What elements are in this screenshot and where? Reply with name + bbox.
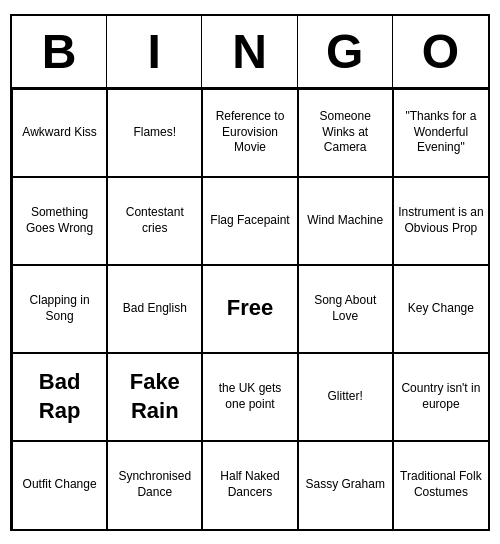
bingo-card: BINGO Awkward KissFlames!Reference to Eu… bbox=[10, 14, 490, 531]
bingo-letter: N bbox=[202, 16, 297, 87]
bingo-cell[interactable]: Free bbox=[202, 265, 297, 353]
bingo-cell[interactable]: Instrument is an Obvious Prop bbox=[393, 177, 488, 265]
bingo-cell[interactable]: the UK gets one point bbox=[202, 353, 297, 441]
bingo-cell[interactable]: Contestant cries bbox=[107, 177, 202, 265]
bingo-letter: G bbox=[298, 16, 393, 87]
bingo-cell[interactable]: Outfit Change bbox=[12, 441, 107, 529]
bingo-cell[interactable]: Key Change bbox=[393, 265, 488, 353]
bingo-cell[interactable]: Bad English bbox=[107, 265, 202, 353]
bingo-cell[interactable]: Bad Rap bbox=[12, 353, 107, 441]
bingo-cell[interactable]: Half Naked Dancers bbox=[202, 441, 297, 529]
bingo-letter: I bbox=[107, 16, 202, 87]
bingo-cell[interactable]: Someone Winks at Camera bbox=[298, 89, 393, 177]
bingo-grid: Awkward KissFlames!Reference to Eurovisi… bbox=[12, 89, 488, 529]
bingo-cell[interactable]: "Thanks for a Wonderful Evening" bbox=[393, 89, 488, 177]
bingo-cell[interactable]: Synchronised Dance bbox=[107, 441, 202, 529]
bingo-header: BINGO bbox=[12, 16, 488, 89]
bingo-cell[interactable]: Something Goes Wrong bbox=[12, 177, 107, 265]
bingo-cell[interactable]: Country isn't in europe bbox=[393, 353, 488, 441]
bingo-cell[interactable]: Flag Facepaint bbox=[202, 177, 297, 265]
bingo-cell[interactable]: Traditional Folk Costumes bbox=[393, 441, 488, 529]
bingo-cell[interactable]: Glitter! bbox=[298, 353, 393, 441]
bingo-cell[interactable]: Wind Machine bbox=[298, 177, 393, 265]
bingo-cell[interactable]: Clapping in Song bbox=[12, 265, 107, 353]
bingo-cell[interactable]: Reference to Eurovision Movie bbox=[202, 89, 297, 177]
bingo-cell[interactable]: Awkward Kiss bbox=[12, 89, 107, 177]
bingo-cell[interactable]: Song About Love bbox=[298, 265, 393, 353]
bingo-cell[interactable]: Sassy Graham bbox=[298, 441, 393, 529]
bingo-cell[interactable]: Flames! bbox=[107, 89, 202, 177]
bingo-letter: O bbox=[393, 16, 488, 87]
bingo-letter: B bbox=[12, 16, 107, 87]
bingo-cell[interactable]: Fake Rain bbox=[107, 353, 202, 441]
